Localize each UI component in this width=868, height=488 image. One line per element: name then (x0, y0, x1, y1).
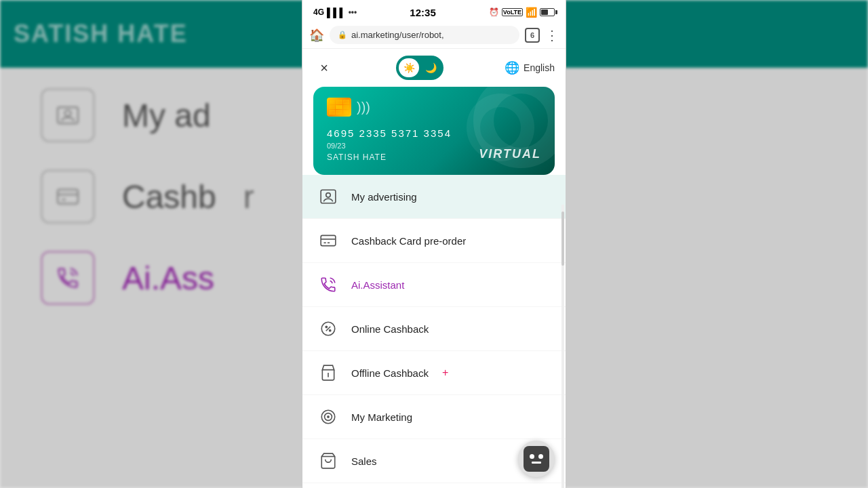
my-marketing-label: My Marketing (351, 411, 412, 423)
globe-icon: 🌐 (505, 60, 519, 75)
tab-count-badge[interactable]: 6 (525, 28, 540, 43)
svg-point-18 (328, 416, 329, 418)
close-button[interactable]: × (313, 57, 335, 79)
status-left: 4G ▌▌▌ ••• (313, 7, 357, 18)
bg-text-2b: r (243, 178, 254, 216)
svg-point-6 (326, 193, 331, 198)
my-advertising-icon (316, 184, 340, 209)
robot-face-icon (524, 446, 549, 472)
clock: 12:35 (410, 7, 435, 18)
signal-strength: 4G (313, 7, 324, 17)
menu-list: My advertising Cashback Card pre-order (302, 175, 566, 483)
light-mode-icon[interactable]: ☀️ (399, 58, 419, 77)
url-text: ai.marketing/user/robot, (351, 30, 511, 40)
cashback-card-label: Cashback Card pre-order (351, 235, 466, 247)
menu-item-offline-cashback[interactable]: Offline Cashback + (302, 351, 566, 395)
offline-cashback-label: Offline Cashback (351, 367, 429, 379)
cashback-card-icon (316, 228, 340, 253)
card-chip-icon (327, 98, 351, 117)
robot-fab-button[interactable] (518, 441, 555, 477)
wifi-icon: 📶 (526, 7, 537, 18)
menu-item-my-advertising[interactable]: My advertising (302, 175, 566, 219)
battery-fill (541, 9, 548, 15)
svg-point-14 (330, 330, 331, 331)
offline-cashback-badge: + (442, 367, 448, 379)
robot-eye-right (538, 454, 543, 459)
home-icon[interactable]: 🏠 (309, 28, 324, 43)
status-right: ⏰ VoLTE 📶 (489, 7, 555, 18)
menu-item-ai-assistant[interactable]: Ai.Assistant (302, 263, 566, 307)
address-bar[interactable]: 🔒 ai.marketing/user/robot, (330, 26, 519, 44)
scroll-thumb[interactable] (561, 211, 564, 266)
my-advertising-label: My advertising (351, 191, 417, 203)
lock-icon: 🔒 (338, 30, 347, 39)
svg-point-13 (326, 326, 327, 327)
bg-card-name: SATISH HATE (14, 20, 188, 48)
robot-eye-left (530, 454, 534, 459)
status-bar: 4G ▌▌▌ ••• 12:35 ⏰ VoLTE 📶 (302, 0, 566, 22)
menu-item-my-marketing[interactable]: My Marketing (302, 395, 566, 439)
drawer-top: × ☀️ 🌙 🌐 English (302, 49, 566, 87)
my-marketing-icon (316, 405, 340, 429)
ai-assistant-icon (316, 272, 340, 297)
bg-text-3: Ai.Ass (122, 260, 214, 297)
nfc-icon: ))) (357, 100, 370, 115)
robot-eyes (530, 454, 543, 459)
phone-frame: 4G ▌▌▌ ••• 12:35 ⏰ VoLTE 📶 🏠 🔒 ai.market… (302, 0, 566, 488)
menu-item-cashback-card[interactable]: Cashback Card pre-order (302, 219, 566, 263)
bg-icon-ad (41, 88, 95, 142)
menu-dots-status: ••• (349, 7, 357, 17)
browser-bar: 🏠 🔒 ai.marketing/user/robot, 6 ⋮ (302, 22, 566, 49)
bg-text-2: Cashb (122, 178, 216, 216)
robot-mouth (532, 462, 541, 464)
virtual-card: ))) 4695 2335 5371 3354 09/23 SATISH HAT… (313, 87, 555, 175)
svg-point-1 (65, 110, 71, 117)
dark-mode-icon[interactable]: 🌙 (420, 58, 441, 77)
card-virtual-label: VIRTUAL (479, 147, 541, 161)
sales-icon (316, 449, 340, 473)
online-cashback-icon (316, 317, 340, 341)
online-cashback-label: Online Cashback (351, 323, 429, 335)
bg-text-1: My ad (122, 97, 211, 134)
scroll-track (561, 205, 564, 488)
battery-icon (540, 8, 555, 16)
drawer: × ☀️ 🌙 🌐 English ))) 4695 (302, 49, 566, 488)
menu-item-online-cashback[interactable]: Online Cashback (302, 307, 566, 351)
browser-menu-icon[interactable]: ⋮ (545, 27, 559, 43)
svg-rect-7 (321, 235, 336, 245)
svg-rect-5 (321, 190, 336, 203)
language-label: English (524, 62, 555, 73)
svg-rect-2 (58, 190, 78, 204)
offline-cashback-icon (316, 361, 340, 385)
theme-toggle[interactable]: ☀️ 🌙 (396, 56, 443, 80)
language-selector[interactable]: 🌐 English (505, 60, 555, 75)
ai-assistant-label: Ai.Assistant (351, 279, 404, 291)
bg-icon-phone (41, 251, 95, 305)
alarm-icon: ⏰ (489, 7, 499, 17)
sales-label: Sales (351, 455, 377, 467)
lte-icon: VoLTE (502, 8, 523, 16)
signal-bars-icon: ▌▌▌ (327, 7, 346, 18)
bg-icon-card (41, 169, 95, 224)
